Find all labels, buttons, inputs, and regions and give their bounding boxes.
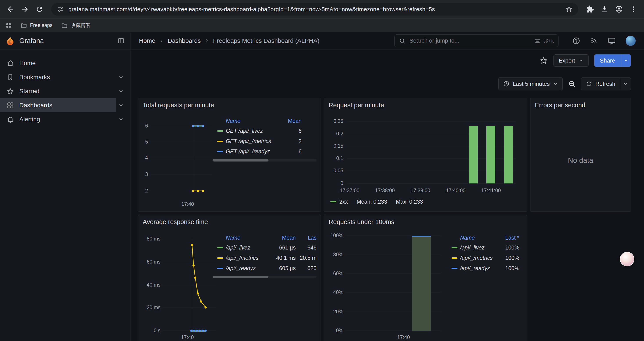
apps-grid-icon[interactable] [5, 22, 12, 29]
chevron-down-icon[interactable] [118, 74, 124, 80]
legend-row[interactable]: /api/_readyz 605 µs 620 [212, 263, 316, 273]
folder-icon [20, 22, 27, 29]
help-icon[interactable] [572, 37, 580, 45]
legend-table: Name Last * /api/_livez 100% /api/_/metr… [447, 233, 519, 273]
legend-row[interactable]: /api/_/metrics 40.1 ms 20.5 m [212, 253, 316, 263]
search-input[interactable] [409, 37, 531, 44]
search-box[interactable]: ⌘+k [394, 35, 558, 47]
x-axis-label: 17:40 [181, 201, 194, 207]
refresh-icon [586, 81, 592, 87]
x-axis-label: 17:40 [397, 334, 410, 340]
share-menu-caret[interactable] [621, 55, 631, 67]
legend-header: Name Mean [212, 116, 302, 126]
extensions-icon[interactable] [584, 3, 596, 15]
legend-col-name[interactable]: Name [226, 235, 263, 241]
main-area: Home Dashboards Freeleaps Metrics Dashbo… [131, 32, 644, 341]
legend-row[interactable]: /api/_livez 100% [447, 242, 519, 253]
legend-table: Name Mean GET /api/_livez 6 GET /api/_/m… [212, 116, 302, 157]
grafana-logo-icon[interactable] [6, 36, 15, 46]
clock-icon [503, 81, 510, 87]
bookmark-item-blogs[interactable]: 收藏博客 [61, 22, 91, 29]
under-100ms-chart [346, 233, 442, 336]
zoom-out-icon[interactable] [567, 80, 577, 88]
panel-title[interactable]: Total requests per minute [143, 102, 214, 109]
bookmark-label: Freeleaps [30, 22, 52, 28]
chevron-right-icon [159, 38, 164, 44]
sidebar-item-dashboards[interactable]: Dashboards [0, 98, 130, 112]
bookmark-label: 收藏博客 [70, 22, 91, 29]
chevron-down-icon[interactable] [118, 88, 124, 94]
chevron-right-icon [204, 38, 210, 44]
bookmark-item-freeleaps[interactable]: Freeleaps [20, 22, 52, 29]
star-icon [6, 88, 14, 95]
legend[interactable]: 2xx Mean: 0.233 Max: 0.233 [330, 197, 432, 206]
y-axis: 6 5 4 3 2 [138, 98, 148, 212]
legend-row[interactable]: /api/_readyz 100% [447, 263, 519, 273]
assistant-avatar[interactable] [620, 252, 634, 266]
y-axis: 0.25 0.2 0.15 0.1 0.05 0 [324, 98, 343, 212]
y-axis: 100% 80% 60% 40% 20% 0% [324, 215, 343, 341]
bookmark-star-icon[interactable] [566, 6, 572, 13]
url-text[interactable]: grafana.mathmast.com/d/deytv4rwavabkb/fr… [68, 6, 561, 13]
legend-col-name[interactable]: Name [460, 235, 495, 241]
x-axis-label: 17:38:00 [375, 188, 395, 194]
refresh-button[interactable]: Refresh [581, 77, 620, 90]
browser-menu-icon[interactable] [627, 3, 640, 15]
legend-col-last[interactable]: Last * [495, 235, 519, 241]
x-axis-label: 17:40:00 [446, 188, 466, 194]
series-color-green [452, 247, 458, 248]
legend-row[interactable]: /api/_livez 661 µs 646 [212, 242, 316, 253]
sidebar-item-home[interactable]: Home [0, 56, 130, 70]
legend-row[interactable]: GET /api/_/metrics 2 [212, 136, 302, 146]
back-icon[interactable] [4, 3, 17, 15]
chevron-down-icon[interactable] [118, 103, 124, 108]
legend-row[interactable]: GET /api/_livez 6 [212, 126, 302, 136]
sidebar-nav: Home Bookmarks Starred [0, 50, 130, 126]
legend-row[interactable]: GET /api/_/readyz 6 [212, 146, 302, 157]
sidebar-item-label: Dashboards [19, 102, 52, 109]
requests-per-minute-chart [346, 119, 519, 187]
legend-scrollbar[interactable] [212, 276, 316, 278]
refresh-interval-caret[interactable] [620, 77, 631, 90]
sidebar-item-alerting[interactable]: Alerting [0, 112, 130, 126]
legend-col-mean[interactable]: Mean [263, 235, 296, 241]
panel-under-100ms: Requests under 100ms 100% 80% 60% 40% 20… [324, 215, 527, 341]
rss-icon[interactable] [590, 37, 598, 45]
x-axis-label: 17:37:00 [340, 188, 360, 194]
site-info-icon[interactable] [57, 6, 64, 13]
share-button[interactable]: Share [594, 55, 621, 67]
user-avatar[interactable] [626, 36, 636, 46]
breadcrumb-home[interactable]: Home [139, 37, 156, 44]
legend-col-last[interactable]: Las [296, 235, 316, 241]
series-color-green [217, 247, 223, 248]
no-data-message: No data [530, 98, 631, 212]
breadcrumb-dashboards[interactable]: Dashboards [168, 37, 201, 44]
forward-icon[interactable] [19, 3, 31, 15]
header-icons [572, 32, 636, 50]
profile-icon[interactable] [613, 3, 625, 15]
chevron-down-icon[interactable] [118, 117, 124, 122]
legend-col-mean[interactable]: Mean [282, 118, 302, 124]
bell-icon [6, 116, 14, 123]
sidebar-item-starred[interactable]: Starred [0, 84, 130, 98]
sidebar-brand: Grafana [0, 32, 130, 50]
url-bar[interactable]: grafana.mathmast.com/d/deytv4rwavabkb/fr… [51, 3, 578, 16]
chevron-down-icon [553, 81, 558, 87]
downloads-icon[interactable] [598, 3, 611, 15]
time-range-picker[interactable]: Last 5 minutes [498, 77, 563, 90]
monitor-icon[interactable] [608, 37, 616, 45]
sidebar-item-bookmarks[interactable]: Bookmarks [0, 70, 130, 84]
breadcrumb: Home Dashboards Freeleaps Metrics Dashbo… [139, 37, 319, 44]
dashboard-actions: Export Share [540, 55, 631, 67]
legend-col-name[interactable]: Name [226, 118, 282, 124]
legend-row[interactable]: /api/_/metrics 100% [447, 253, 519, 263]
favorite-star-icon[interactable] [540, 56, 548, 65]
legend-header: Name Mean Las [212, 233, 316, 242]
sidebar-collapse-icon[interactable] [117, 37, 125, 45]
legend-scrollbar[interactable] [212, 159, 316, 162]
legend-table: Name Mean Las /api/_livez 661 µs 646 /ap… [212, 233, 316, 273]
panel-avg-response-time: Average response time 80 ms 60 ms 40 ms … [138, 215, 321, 341]
series-color-green [330, 201, 336, 202]
reload-icon[interactable] [33, 3, 46, 15]
export-button[interactable]: Export [554, 55, 588, 67]
